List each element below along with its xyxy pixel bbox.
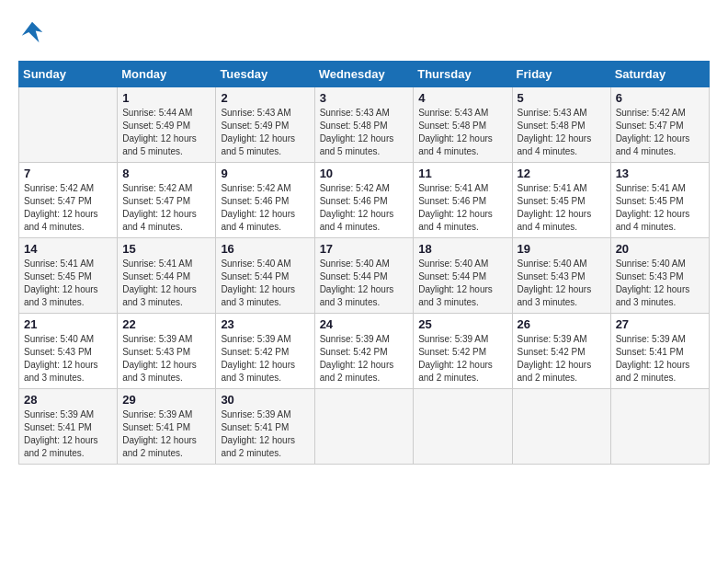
calendar-cell: 27Sunrise: 5:39 AM Sunset: 5:41 PM Dayli… <box>610 314 709 389</box>
cell-info: Sunrise: 5:39 AM Sunset: 5:41 PM Dayligh… <box>24 408 112 460</box>
cell-info: Sunrise: 5:39 AM Sunset: 5:42 PM Dayligh… <box>518 333 606 385</box>
calendar-cell: 3Sunrise: 5:43 AM Sunset: 5:48 PM Daylig… <box>314 87 414 163</box>
day-number: 29 <box>122 393 210 407</box>
svg-marker-0 <box>22 22 43 43</box>
day-number: 7 <box>24 167 112 180</box>
cell-info: Sunrise: 5:43 AM Sunset: 5:48 PM Dayligh… <box>320 107 409 158</box>
day-number: 16 <box>221 242 309 256</box>
day-number: 23 <box>221 317 309 331</box>
cell-info: Sunrise: 5:41 AM Sunset: 5:44 PM Dayligh… <box>122 258 210 309</box>
day-number: 21 <box>24 317 112 331</box>
week-row: 21Sunrise: 5:40 AM Sunset: 5:43 PM Dayli… <box>19 314 710 389</box>
calendar-cell <box>610 389 709 465</box>
calendar-body: 1Sunrise: 5:44 AM Sunset: 5:49 PM Daylig… <box>19 87 710 465</box>
header-day-thursday: Thursday <box>414 62 512 87</box>
calendar-cell: 26Sunrise: 5:39 AM Sunset: 5:42 PM Dayli… <box>512 314 610 389</box>
cell-info: Sunrise: 5:40 AM Sunset: 5:43 PM Dayligh… <box>616 258 704 309</box>
cell-info: Sunrise: 5:40 AM Sunset: 5:44 PM Dayligh… <box>320 258 409 309</box>
calendar-cell: 16Sunrise: 5:40 AM Sunset: 5:44 PM Dayli… <box>216 238 314 314</box>
day-number: 9 <box>221 167 309 180</box>
day-number: 30 <box>221 393 309 407</box>
header-day-sunday: Sunday <box>19 62 118 87</box>
cell-info: Sunrise: 5:40 AM Sunset: 5:44 PM Dayligh… <box>221 258 309 309</box>
logo-icon <box>18 18 46 46</box>
day-number: 15 <box>122 242 210 256</box>
header-day-wednesday: Wednesday <box>314 62 414 87</box>
day-number: 2 <box>221 91 309 105</box>
calendar-table: SundayMondayTuesdayWednesdayThursdayFrid… <box>18 61 710 465</box>
week-row: 14Sunrise: 5:41 AM Sunset: 5:45 PM Dayli… <box>19 238 710 314</box>
day-number: 1 <box>122 91 210 105</box>
day-number: 24 <box>320 317 409 331</box>
calendar-header: SundayMondayTuesdayWednesdayThursdayFrid… <box>19 62 710 87</box>
calendar-cell: 25Sunrise: 5:39 AM Sunset: 5:42 PM Dayli… <box>414 314 512 389</box>
day-number: 20 <box>616 242 704 256</box>
header-day-monday: Monday <box>118 62 216 87</box>
calendar-cell: 21Sunrise: 5:40 AM Sunset: 5:43 PM Dayli… <box>19 314 118 389</box>
cell-info: Sunrise: 5:39 AM Sunset: 5:42 PM Dayligh… <box>320 333 409 385</box>
day-number: 27 <box>616 317 704 331</box>
page-header <box>18 18 710 46</box>
calendar-cell: 17Sunrise: 5:40 AM Sunset: 5:44 PM Dayli… <box>314 238 414 314</box>
calendar-cell <box>512 389 610 465</box>
day-number: 14 <box>24 242 112 256</box>
day-number: 12 <box>518 167 606 180</box>
week-row: 28Sunrise: 5:39 AM Sunset: 5:41 PM Dayli… <box>19 389 710 465</box>
calendar-cell: 8Sunrise: 5:42 AM Sunset: 5:47 PM Daylig… <box>118 163 216 238</box>
day-number: 19 <box>518 242 606 256</box>
calendar-cell: 14Sunrise: 5:41 AM Sunset: 5:45 PM Dayli… <box>19 238 118 314</box>
cell-info: Sunrise: 5:42 AM Sunset: 5:47 PM Dayligh… <box>122 182 210 234</box>
day-number: 26 <box>518 317 606 331</box>
cell-info: Sunrise: 5:41 AM Sunset: 5:46 PM Dayligh… <box>418 182 506 234</box>
cell-info: Sunrise: 5:39 AM Sunset: 5:41 PM Dayligh… <box>122 408 210 460</box>
calendar-cell: 4Sunrise: 5:43 AM Sunset: 5:48 PM Daylig… <box>414 87 512 163</box>
day-number: 6 <box>616 91 704 105</box>
calendar-cell: 19Sunrise: 5:40 AM Sunset: 5:43 PM Dayli… <box>512 238 610 314</box>
week-row: 7Sunrise: 5:42 AM Sunset: 5:47 PM Daylig… <box>19 163 710 238</box>
day-number: 8 <box>122 167 210 180</box>
logo <box>18 18 50 46</box>
calendar-cell: 24Sunrise: 5:39 AM Sunset: 5:42 PM Dayli… <box>314 314 414 389</box>
cell-info: Sunrise: 5:40 AM Sunset: 5:43 PM Dayligh… <box>518 258 606 309</box>
day-number: 13 <box>616 167 704 180</box>
cell-info: Sunrise: 5:39 AM Sunset: 5:42 PM Dayligh… <box>221 333 309 385</box>
cell-info: Sunrise: 5:42 AM Sunset: 5:47 PM Dayligh… <box>24 182 112 234</box>
calendar-cell: 7Sunrise: 5:42 AM Sunset: 5:47 PM Daylig… <box>19 163 118 238</box>
day-number: 18 <box>418 242 506 256</box>
cell-info: Sunrise: 5:41 AM Sunset: 5:45 PM Dayligh… <box>616 182 704 234</box>
calendar-cell: 11Sunrise: 5:41 AM Sunset: 5:46 PM Dayli… <box>414 163 512 238</box>
header-day-tuesday: Tuesday <box>216 62 314 87</box>
day-number: 28 <box>24 393 112 407</box>
header-row: SundayMondayTuesdayWednesdayThursdayFrid… <box>19 62 710 87</box>
calendar-cell: 9Sunrise: 5:42 AM Sunset: 5:46 PM Daylig… <box>216 163 314 238</box>
day-number: 5 <box>518 91 606 105</box>
cell-info: Sunrise: 5:39 AM Sunset: 5:41 PM Dayligh… <box>616 333 704 385</box>
day-number: 17 <box>320 242 409 256</box>
calendar-cell: 2Sunrise: 5:43 AM Sunset: 5:49 PM Daylig… <box>216 87 314 163</box>
cell-info: Sunrise: 5:39 AM Sunset: 5:43 PM Dayligh… <box>122 333 210 385</box>
cell-info: Sunrise: 5:42 AM Sunset: 5:46 PM Dayligh… <box>320 182 409 234</box>
cell-info: Sunrise: 5:41 AM Sunset: 5:45 PM Dayligh… <box>24 258 112 309</box>
calendar-cell: 15Sunrise: 5:41 AM Sunset: 5:44 PM Dayli… <box>118 238 216 314</box>
cell-info: Sunrise: 5:39 AM Sunset: 5:42 PM Dayligh… <box>418 333 506 385</box>
week-row: 1Sunrise: 5:44 AM Sunset: 5:49 PM Daylig… <box>19 87 710 163</box>
calendar-cell <box>19 87 118 163</box>
cell-info: Sunrise: 5:39 AM Sunset: 5:41 PM Dayligh… <box>221 408 309 460</box>
header-day-friday: Friday <box>512 62 610 87</box>
calendar-cell <box>414 389 512 465</box>
day-number: 10 <box>320 167 409 180</box>
calendar-cell: 29Sunrise: 5:39 AM Sunset: 5:41 PM Dayli… <box>118 389 216 465</box>
cell-info: Sunrise: 5:42 AM Sunset: 5:47 PM Dayligh… <box>616 107 704 158</box>
calendar-cell <box>314 389 414 465</box>
day-number: 11 <box>418 167 506 180</box>
calendar-cell: 28Sunrise: 5:39 AM Sunset: 5:41 PM Dayli… <box>19 389 118 465</box>
cell-info: Sunrise: 5:42 AM Sunset: 5:46 PM Dayligh… <box>221 182 309 234</box>
calendar-cell: 20Sunrise: 5:40 AM Sunset: 5:43 PM Dayli… <box>610 238 709 314</box>
calendar-cell: 13Sunrise: 5:41 AM Sunset: 5:45 PM Dayli… <box>610 163 709 238</box>
day-number: 22 <box>122 317 210 331</box>
cell-info: Sunrise: 5:41 AM Sunset: 5:45 PM Dayligh… <box>518 182 606 234</box>
calendar-cell: 12Sunrise: 5:41 AM Sunset: 5:45 PM Dayli… <box>512 163 610 238</box>
day-number: 3 <box>320 91 409 105</box>
cell-info: Sunrise: 5:43 AM Sunset: 5:48 PM Dayligh… <box>518 107 606 158</box>
day-number: 25 <box>418 317 506 331</box>
